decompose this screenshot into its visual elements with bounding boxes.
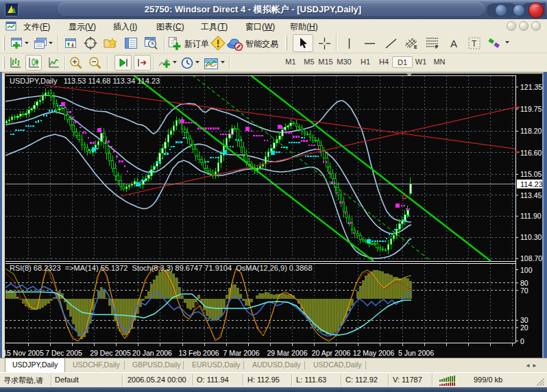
svg-text:110.30: 110.30 [520,233,542,241]
svg-text:20: 20 [520,323,528,332]
svg-text:20 Jan 2006: 20 Jan 2006 [132,349,172,357]
svg-text:12 May 2006: 12 May 2006 [353,349,395,357]
svg-text:29 Dec 2005: 29 Dec 2005 [90,349,131,357]
svg-text:E: E [414,45,417,49]
svg-text:100: 100 [520,266,533,274]
svg-text:T: T [472,39,477,49]
svg-text:108.70: 108.70 [520,254,542,262]
svg-text:70: 70 [520,286,528,295]
svg-text:15 Nov 2005: 15 Nov 2005 [3,349,44,357]
svg-text:114.23: 114.23 [520,180,543,188]
svg-text:5 Jun 2006: 5 Jun 2006 [398,349,434,357]
svg-text:7 Mar 2006: 7 Mar 2006 [223,349,259,357]
svg-text:USDJPY,Daily 113.53 114.68 1: USDJPY,Daily 113.53 114.68 113.34 114.23 [10,77,160,85]
svg-text:119.75: 119.75 [520,105,542,113]
svg-text:A: A [450,38,457,49]
svg-text:118.20: 118.20 [520,127,542,135]
svg-text:0: 0 [520,337,524,345]
svg-text:121.35: 121.35 [520,83,542,91]
svg-text:RSI(8) 68.2323 =>MA(14) 55.13: RSI(8) 68.2323 =>MA(14) 55.1372 Stoch(8,… [10,264,313,272]
svg-text:F: F [435,45,439,49]
svg-text:115.05: 115.05 [520,170,542,178]
svg-text:13 Feb 2006: 13 Feb 2006 [179,349,219,357]
svg-text:29 Mar 2006: 29 Mar 2006 [267,349,308,357]
svg-text:111.90: 111.90 [520,212,542,220]
svg-text:20 Apr 2006: 20 Apr 2006 [312,349,351,357]
svg-text:7 Dec 2005: 7 Dec 2005 [45,349,82,357]
svg-text:116.60: 116.60 [520,149,542,157]
svg-text:113.45: 113.45 [520,191,542,199]
